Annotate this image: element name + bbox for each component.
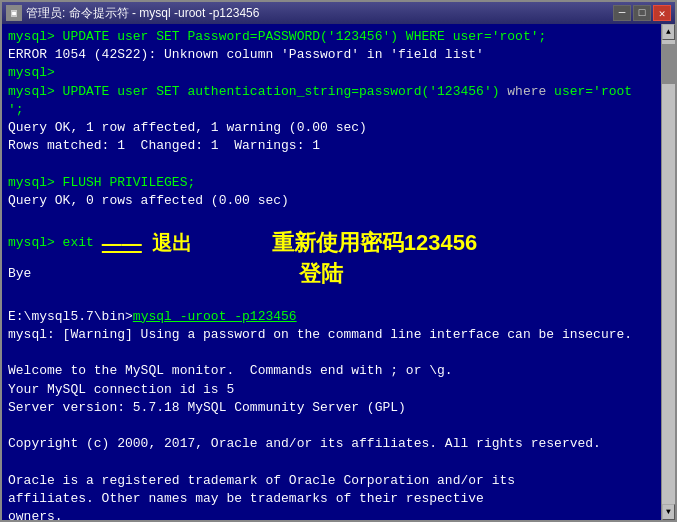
minimize-button[interactable]: ─ (613, 5, 631, 21)
annotation-exit: 退出 (152, 229, 192, 257)
maximize-button[interactable]: □ (633, 5, 651, 21)
terminal-line-empty-1 (8, 155, 669, 173)
annotation-login: 登陆 (299, 259, 343, 290)
scrollbar-down-button[interactable]: ▼ (662, 504, 675, 520)
annotation-relogin: 重新使用密码123456 (272, 228, 477, 259)
terminal-line-empty-5 (8, 417, 669, 435)
scrollbar-thumb[interactable] (662, 44, 675, 84)
terminal-line-empty-3 (8, 290, 669, 308)
terminal-line-empty-2 (8, 210, 669, 228)
terminal-line-cmd: E:\mysql5.7\bin>mysql -uroot -p123456 (8, 308, 669, 326)
terminal-window: ▣ 管理员: 命令提示符 - mysql -uroot -p123456 ─ □… (0, 0, 677, 522)
terminal-line-1: mysql> UPDATE user SET Password=PASSWORD… (8, 28, 669, 46)
terminal-line-flush: mysql> FLUSH PRIVILEGES; (8, 174, 669, 192)
terminal-line-empty-4 (8, 344, 669, 362)
window-icon: ▣ (6, 5, 22, 21)
annotation-dash: —— (102, 229, 142, 257)
terminal-line-bye: Bye (8, 265, 31, 283)
terminal-line-5: '; (8, 101, 669, 119)
terminal-line-2: ERROR 1054 (42S22): Unknown column 'Pass… (8, 46, 669, 64)
terminal-line-exit: mysql> exit (8, 234, 94, 252)
window-title: 管理员: 命令提示符 - mysql -uroot -p123456 (26, 5, 259, 22)
terminal-line-4: mysql> UPDATE user SET authentication_st… (8, 83, 669, 101)
terminal-line-welcome: Welcome to the MySQL monitor. Commands e… (8, 362, 669, 380)
terminal-line-oracle1: Oracle is a registered trademark of Orac… (8, 472, 669, 490)
terminal-body[interactable]: mysql> UPDATE user SET Password=PASSWORD… (2, 24, 675, 520)
titlebar-buttons: ─ □ ✕ (613, 5, 671, 21)
terminal-line-3: mysql> (8, 64, 669, 82)
close-button[interactable]: ✕ (653, 5, 671, 21)
terminal-line-4-container: mysql> UPDATE user SET authentication_st… (8, 83, 669, 101)
bye-line-container: Bye 登陆 (8, 259, 669, 290)
scrollbar-up-button[interactable]: ▲ (662, 24, 675, 40)
terminal-line-version: Server version: 5.7.18 MySQL Community S… (8, 399, 669, 417)
terminal-line-flush-result: Query OK, 0 rows affected (0.00 sec) (8, 192, 669, 210)
exit-line-container: mysql> exit —— 退出 重新使用密码123456 (8, 228, 669, 259)
terminal-line-oracle3: owners. (8, 508, 669, 520)
terminal-line-6: Query OK, 1 row affected, 1 warning (0.0… (8, 119, 669, 137)
terminal-line-7: Rows matched: 1 Changed: 1 Warnings: 1 (8, 137, 669, 155)
scrollbar[interactable]: ▲ ▼ (661, 24, 675, 520)
terminal-line-empty-6 (8, 453, 669, 471)
terminal-line-copyright: Copyright (c) 2000, 2017, Oracle and/or … (8, 435, 669, 453)
terminal-line-warning: mysql: [Warning] Using a password on the… (8, 326, 669, 344)
terminal-line-oracle2: affiliates. Other names may be trademark… (8, 490, 669, 508)
terminal-line-connid: Your MySQL connection id is 5 (8, 381, 669, 399)
titlebar: ▣ 管理员: 命令提示符 - mysql -uroot -p123456 ─ □… (2, 2, 675, 24)
titlebar-left: ▣ 管理员: 命令提示符 - mysql -uroot -p123456 (6, 5, 259, 22)
